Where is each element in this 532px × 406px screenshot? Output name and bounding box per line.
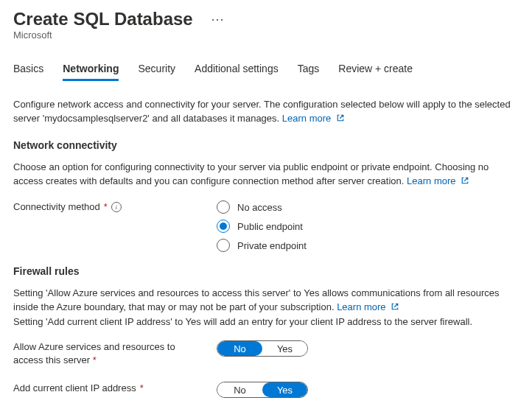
more-actions-button[interactable]: ⋯ bbox=[208, 16, 227, 22]
intro-learn-more-label: Learn more bbox=[282, 113, 331, 124]
required-marker: * bbox=[93, 354, 97, 365]
add-client-ip-label: Add current client IP address * bbox=[13, 382, 217, 395]
network-connectivity-learn-more-link[interactable]: Learn more bbox=[407, 175, 469, 186]
add-client-ip-yes[interactable]: Yes bbox=[262, 382, 307, 397]
firewall-desc-line1: Setting 'Allow Azure services and resour… bbox=[13, 287, 500, 312]
external-link-icon bbox=[391, 301, 399, 315]
tab-security[interactable]: Security bbox=[138, 63, 175, 81]
vendor-subtitle: Microsoft bbox=[13, 29, 519, 41]
page-title: Create SQL Database bbox=[13, 9, 193, 29]
radio-no-access[interactable]: No access bbox=[217, 200, 519, 214]
add-client-ip-control: No Yes bbox=[217, 382, 519, 398]
radio-public-endpoint[interactable]: Public endpoint bbox=[217, 220, 519, 233]
tab-basics[interactable]: Basics bbox=[13, 63, 43, 81]
firewall-rules-title: Firewall rules bbox=[13, 265, 519, 277]
network-connectivity-learn-more-label: Learn more bbox=[407, 175, 455, 186]
allow-azure-control: No Yes bbox=[217, 340, 519, 357]
external-link-icon bbox=[461, 175, 469, 189]
tab-tags[interactable]: Tags bbox=[298, 63, 320, 81]
intro-text: Configure network access and connectivit… bbox=[13, 99, 511, 124]
required-marker: * bbox=[140, 382, 144, 395]
tab-networking[interactable]: Networking bbox=[63, 63, 119, 81]
radio-private-endpoint-label: Private endpoint bbox=[237, 240, 307, 251]
radio-circle-icon bbox=[217, 220, 230, 233]
allow-azure-row: Allow Azure services and resources to ac… bbox=[13, 340, 519, 367]
radio-circle-icon bbox=[217, 200, 230, 214]
connectivity-method-label: Connectivity method * i bbox=[13, 200, 217, 214]
radio-public-endpoint-label: Public endpoint bbox=[237, 221, 303, 232]
tab-additional-settings[interactable]: Additional settings bbox=[195, 63, 279, 81]
radio-private-endpoint[interactable]: Private endpoint bbox=[217, 239, 519, 252]
firewall-learn-more-label: Learn more bbox=[337, 301, 385, 312]
tabs-bar: Basics Networking Security Additional se… bbox=[13, 63, 519, 81]
intro-learn-more-link[interactable]: Learn more bbox=[282, 113, 345, 124]
add-client-ip-row: Add current client IP address * No Yes bbox=[13, 382, 519, 398]
network-connectivity-title: Network connectivity bbox=[13, 139, 519, 151]
radio-no-access-label: No access bbox=[237, 202, 282, 213]
allow-azure-label: Allow Azure services and resources to ac… bbox=[13, 340, 217, 367]
allow-azure-no[interactable]: No bbox=[217, 341, 262, 356]
required-marker: * bbox=[104, 200, 108, 214]
tab-review-create[interactable]: Review + create bbox=[338, 63, 413, 81]
network-connectivity-desc: Choose an option for configuring connect… bbox=[13, 160, 519, 189]
firewall-rules-desc: Setting 'Allow Azure services and resour… bbox=[13, 286, 519, 329]
radio-circle-icon bbox=[217, 239, 230, 252]
connectivity-method-row: Connectivity method * i No access Public… bbox=[13, 200, 519, 252]
allow-azure-toggle[interactable]: No Yes bbox=[217, 340, 308, 357]
allow-azure-yes[interactable]: Yes bbox=[262, 341, 307, 356]
firewall-desc-line2: Setting 'Add current client IP address' … bbox=[13, 316, 472, 327]
external-link-icon bbox=[336, 112, 345, 126]
firewall-learn-more-link[interactable]: Learn more bbox=[337, 301, 399, 312]
add-client-ip-toggle[interactable]: No Yes bbox=[217, 382, 308, 398]
connectivity-method-label-text: Connectivity method bbox=[13, 200, 100, 214]
add-client-ip-label-text: Add current client IP address bbox=[13, 382, 136, 395]
add-client-ip-no[interactable]: No bbox=[217, 382, 262, 397]
connectivity-method-radios: No access Public endpoint Private endpoi… bbox=[217, 200, 519, 252]
intro-paragraph: Configure network access and connectivit… bbox=[13, 97, 519, 126]
info-icon[interactable]: i bbox=[111, 202, 122, 212]
